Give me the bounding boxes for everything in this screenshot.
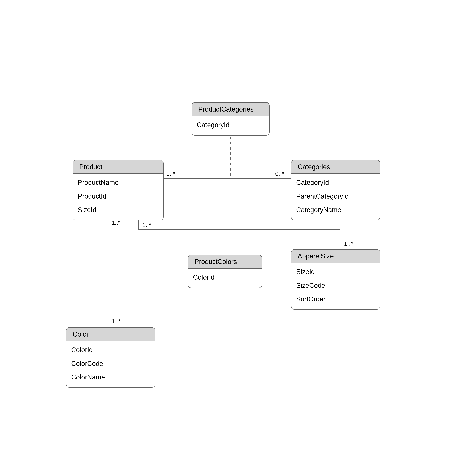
attr: CategoryId: [296, 176, 375, 189]
attr: CategoryId: [197, 118, 264, 132]
entity-title: Color: [66, 328, 155, 341]
mult-product-to-categories-right: 0..*: [275, 170, 284, 177]
entity-product-colors: ProductColors ColorId: [188, 255, 262, 288]
entity-product: Product ProductName ProductId SizeId: [72, 160, 164, 220]
entity-title: ProductCategories: [192, 103, 269, 116]
attr: ColorCode: [71, 357, 150, 370]
mult-product-to-size-right: 1..*: [344, 240, 353, 247]
uml-canvas: ProductCategories CategoryId Product Pro…: [0, 0, 476, 476]
entity-body: SizeId SizeCode SortOrder: [291, 263, 380, 309]
mult-product-to-color-bottom: 1..*: [112, 318, 120, 325]
entity-title: ApparelSize: [291, 250, 380, 263]
attr: CategoryName: [296, 203, 375, 217]
entity-color: Color ColorId ColorCode ColorName: [66, 327, 155, 388]
entity-body: CategoryId: [192, 116, 269, 135]
entity-body: ColorId ColorCode ColorName: [66, 341, 155, 387]
entity-body: CategoryId ParentCategoryId CategoryName: [291, 174, 380, 220]
attr: SizeId: [296, 265, 375, 279]
entity-body: ColorId: [188, 269, 262, 288]
entity-body: ProductName ProductId SizeId: [73, 174, 163, 220]
mult-product-to-color-top: 1..*: [112, 220, 120, 226]
connectors-svg: [0, 0, 476, 476]
mult-product-to-categories-left: 1..*: [166, 170, 175, 177]
entity-title: Product: [73, 160, 163, 174]
attr: ProductName: [78, 176, 158, 189]
entity-title: ProductColors: [188, 255, 262, 269]
attr: SizeId: [78, 203, 158, 217]
attr: ColorId: [71, 343, 150, 357]
mult-product-to-size-left: 1..*: [142, 222, 151, 229]
entity-product-categories: ProductCategories CategoryId: [191, 102, 270, 136]
entity-title: Categories: [291, 160, 380, 174]
attr: SizeCode: [296, 279, 375, 292]
attr: ColorName: [71, 370, 150, 384]
entity-apparel-size: ApparelSize SizeId SizeCode SortOrder: [291, 249, 380, 310]
attr: ProductId: [78, 189, 158, 203]
attr: ParentCategoryId: [296, 189, 375, 203]
attr: SortOrder: [296, 292, 375, 306]
entity-categories: Categories CategoryId ParentCategoryId C…: [291, 160, 380, 220]
attr: ColorId: [193, 271, 257, 284]
